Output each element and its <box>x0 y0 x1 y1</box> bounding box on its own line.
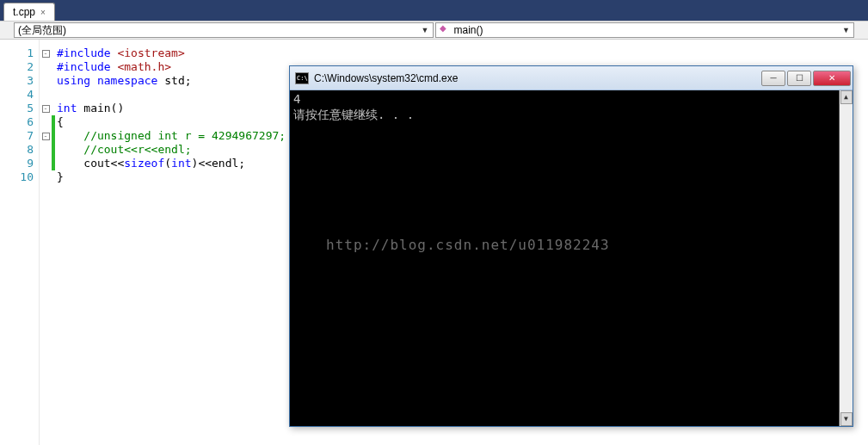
fold-column: --- <box>40 40 52 445</box>
close-icon[interactable]: × <box>40 8 46 17</box>
fold-marker[interactable]: - <box>40 102 52 115</box>
function-name: main() <box>454 24 483 36</box>
line-number: 7 <box>0 129 34 143</box>
fold-marker <box>40 88 52 102</box>
cmd-title: C:\Windows\system32\cmd.exe <box>314 72 761 84</box>
fold-marker <box>40 60 52 74</box>
line-number-gutter: 12345678910 <box>0 40 40 445</box>
scroll-down-button[interactable]: ▼ <box>840 412 853 426</box>
line-number: 1 <box>0 46 34 60</box>
cmd-titlebar[interactable]: C:\ C:\Windows\system32\cmd.exe ─ ☐ ✕ <box>290 66 853 90</box>
scope-label: (全局范围) <box>18 23 66 38</box>
chevron-down-icon: ▼ <box>422 26 429 34</box>
fold-marker[interactable]: - <box>40 129 52 143</box>
cmd-output[interactable]: 4请按任意键继续. . . http://blog.csdn.net/u0119… <box>290 90 853 426</box>
function-dropdown[interactable]: main() ▼ <box>435 22 855 38</box>
method-icon <box>440 25 452 34</box>
nav-toolbar: (全局范围) ▼ main() ▼ <box>0 21 868 40</box>
chevron-down-icon: ▼ <box>842 26 850 34</box>
tab-label: t.cpp <box>13 6 35 18</box>
cmd-scrollbar[interactable]: ▲ ▼ <box>839 90 853 426</box>
fold-marker <box>40 74 52 88</box>
scroll-up-button[interactable]: ▲ <box>840 90 853 104</box>
line-number: 10 <box>0 170 34 184</box>
line-number: 8 <box>0 143 34 157</box>
cmd-output-line: 请按任意键继续. . . <box>293 108 849 123</box>
line-number: 5 <box>0 102 34 115</box>
window-controls: ─ ☐ ✕ <box>761 71 851 86</box>
function-label: main() <box>440 24 483 36</box>
minimize-button[interactable]: ─ <box>761 71 785 86</box>
fold-marker <box>40 115 52 129</box>
line-number: 9 <box>0 157 34 170</box>
line-number: 4 <box>0 88 34 102</box>
line-number: 2 <box>0 60 34 74</box>
fold-marker <box>40 157 52 170</box>
line-number: 6 <box>0 115 34 129</box>
tab-bar: t.cpp × <box>0 0 868 21</box>
code-line[interactable]: #include <iostream> <box>57 46 868 60</box>
watermark-text: http://blog.csdn.net/u011982243 <box>326 237 610 253</box>
cmd-output-line: 4 <box>293 92 849 108</box>
close-button[interactable]: ✕ <box>813 71 851 86</box>
scope-dropdown[interactable]: (全局范围) ▼ <box>14 22 434 38</box>
cmd-window[interactable]: C:\ C:\Windows\system32\cmd.exe ─ ☐ ✕ 4请… <box>289 65 853 427</box>
file-tab[interactable]: t.cpp × <box>3 3 55 21</box>
line-number: 3 <box>0 74 34 88</box>
maximize-button[interactable]: ☐ <box>787 71 811 86</box>
fold-marker <box>40 170 52 184</box>
fold-marker[interactable]: - <box>40 46 52 60</box>
fold-marker <box>40 143 52 157</box>
cmd-icon: C:\ <box>295 72 309 84</box>
